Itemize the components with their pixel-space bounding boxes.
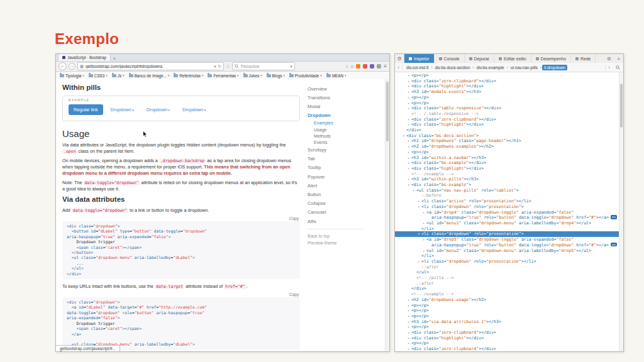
markup-row[interactable]: ▸<p></p> [395, 95, 619, 101]
twisty-icon[interactable]: ▸ [406, 330, 411, 336]
sidebar-item-examples[interactable]: Examples [314, 120, 378, 126]
markup-row[interactable]: ▸<ul id="menu2" class="dropdown-menu" ar… [395, 248, 619, 254]
bookmark-item[interactable]: Js▾ [112, 74, 125, 78]
pill-dropdown[interactable]: Dropdown ▾ [177, 104, 211, 115]
markup-row[interactable]: ▸<h2 id="dropdowns-examples"></h2> [395, 144, 619, 150]
markup-row[interactable]: ▸<a id="drop5" class="dropdown-toggle" a… [395, 237, 619, 243]
markup-row[interactable]: ▸<ul id="menu1" class="dropdown-menu" ar… [395, 221, 619, 226]
twisty-icon[interactable]: ▸ [406, 303, 411, 309]
page-scrollbar[interactable] [385, 79, 389, 351]
browser-tab[interactable]: JavaScript · Bootstrap [58, 53, 111, 61]
sidebar-item-button[interactable]: Button [308, 190, 378, 199]
sidebar-item-transitions[interactable]: Transitions [308, 93, 378, 102]
home-icon[interactable]: ⌂ [350, 64, 353, 69]
markup-row[interactable]: ▸<p></p> [395, 314, 619, 319]
markup-row[interactable]: ▸<div class="bs-example"></div> [395, 160, 619, 166]
twisty-icon[interactable]: ▸ [421, 248, 426, 254]
breadcrumb-item[interactable]: div.bs-example [475, 65, 506, 70]
tab-debugger[interactable]: Depurar [465, 54, 495, 63]
page-scrollbar-thumb[interactable] [386, 82, 389, 141]
devtools-scrollbar[interactable] [619, 72, 623, 351]
twisty-icon[interactable]: ▸ [416, 259, 421, 265]
twisty-icon[interactable]: ▸ [406, 117, 411, 123]
breadcrumb-item[interactable]: li.dropdown [542, 65, 567, 70]
sidebar-item-affix[interactable]: Affix [308, 217, 378, 226]
twisty-icon[interactable]: ▸ [406, 95, 411, 101]
markup-row[interactable]: ::before [395, 193, 619, 199]
twisty-icon[interactable]: ▸ [406, 319, 411, 325]
markup-row[interactable]: aria-haspopup="true" role="button" data-… [395, 215, 619, 221]
twisty-icon[interactable]: ▾ [416, 204, 421, 210]
menu-icon[interactable]: ≡ [384, 64, 387, 69]
forward-button[interactable]: → [69, 63, 75, 70]
twisty-icon[interactable]: ▸ [406, 106, 411, 111]
markup-row[interactable]: aria-haspopup="true" role="button" data-… [395, 243, 619, 248]
addon-gray-icon[interactable] [377, 64, 381, 69]
pill-dropdown[interactable]: Dropdown ▾ [106, 104, 139, 115]
markup-row[interactable]: ▸<div class="highlight"></div> [395, 122, 619, 128]
reload-icon[interactable]: ↻ [218, 64, 221, 69]
markup-row[interactable]: ▸<p></p> [395, 324, 619, 330]
twisty-icon[interactable]: ▸ [406, 89, 411, 95]
bookmark-item[interactable]: Tipologia▾ [60, 74, 84, 78]
twisty-icon[interactable]: ▸ [406, 84, 411, 89]
devtools-options-icon[interactable]: ⚙ [395, 54, 404, 63]
markup-row[interactable]: ▸<div class="zero-clipboard"></div> [395, 117, 619, 123]
markup-row[interactable]: ▸<p></p> [395, 308, 619, 314]
event-badge[interactable]: ev [611, 215, 617, 219]
twisty-icon[interactable]: ▸ [421, 210, 426, 216]
devtools-close-icon[interactable]: × [614, 54, 623, 63]
markup-row[interactable]: ▸<h1 id="dropdowns" class="page-header">… [395, 138, 619, 144]
sidebar-item-events[interactable]: Events [314, 139, 378, 145]
markup-row[interactable]: <!-- /example --> [395, 292, 619, 297]
downloads-icon[interactable]: ↓ [345, 64, 348, 69]
markup-row[interactable]: ▸<p></p> [395, 150, 619, 155]
url-bar[interactable]: getbootstrap.com/javascript/#dropdowns ▾… [77, 62, 224, 70]
tab-console[interactable]: Console [435, 54, 465, 63]
twisty-icon[interactable]: ▸ [421, 221, 426, 226]
markup-search-icon[interactable] [613, 65, 623, 70]
copy-button[interactable]: Copy [289, 292, 299, 297]
markup-row[interactable]: ▸<p></p> [395, 341, 619, 346]
markup-row[interactable]: ::after [395, 265, 619, 270]
markup-row[interactable]: ▸<a id="drop4" class="dropdown-toggle" a… [395, 210, 619, 216]
markup-row[interactable]: ▾<div class="bs-example"> [395, 182, 619, 188]
sidebar-item-usage[interactable]: Usage [314, 126, 378, 133]
tab-performance[interactable]: Desempenho [531, 54, 571, 63]
addon-purple-icon[interactable] [370, 64, 374, 69]
markup-row[interactable]: ▸<h3 id="via-data-attributes-1"></h3> [395, 319, 619, 325]
sidebar-item-scrollspy[interactable]: Scrollspy [308, 146, 378, 155]
breadcrumb-item[interactable]: div.bs-docs-section [433, 65, 472, 70]
tab-inspector[interactable]: Inspetor [404, 54, 435, 63]
sidebar-item-collapse[interactable]: Collapse [308, 199, 378, 208]
markup-row[interactable]: </div> [395, 286, 619, 292]
twisty-icon[interactable]: ▸ [406, 138, 411, 144]
markup-row[interactable]: ▾<div class="bs-docs-section"> [395, 133, 619, 139]
twisty-icon[interactable]: ▸ [406, 155, 411, 161]
tab-network[interactable]: Rede [571, 54, 596, 63]
markup-row[interactable]: ▾<li class="dropdown" role="presentation… [395, 231, 619, 237]
bookmark-item[interactable]: Ferramentas▾ [208, 74, 238, 78]
addon-red-icon[interactable] [363, 64, 367, 69]
sidebar-item-tooltip[interactable]: Tooltip [308, 163, 378, 172]
twisty-icon[interactable]: ▸ [406, 324, 411, 330]
devtools-settings-icon[interactable]: ⚙ [604, 54, 614, 63]
sidebar-item-carousel[interactable]: Carousel [308, 208, 378, 217]
twisty-icon[interactable]: ▸ [406, 122, 411, 128]
markup-row[interactable]: ▸<p></p> [395, 101, 619, 106]
tab-style-editor[interactable]: Editar estilo [494, 54, 531, 63]
twisty-icon[interactable]: ▸ [416, 199, 421, 204]
markup-row[interactable]: ▸<div class="table-responsive"></div> [395, 106, 619, 111]
twisty-icon[interactable]: ▸ [406, 314, 411, 319]
sidebar-item-popover[interactable]: Popover [308, 172, 378, 181]
markup-row[interactable]: <!-- /example --> [395, 172, 619, 177]
markup-row[interactable]: ▾<ul class="nav nav-pills" role="tablist… [395, 188, 619, 194]
markup-row[interactable]: ▸<div class="highlight"></div> [395, 84, 619, 89]
markup-row[interactable]: <!-- /.table-responsive --> [395, 111, 619, 117]
markup-row[interactable]: </li> [395, 226, 619, 232]
urlbar-dropdown-icon[interactable]: ▾ [214, 64, 216, 69]
bookmark-item[interactable]: Referências▾ [174, 74, 203, 78]
bookmark-item[interactable]: CSS3▾ [89, 74, 108, 78]
twisty-icon[interactable]: ▸ [406, 341, 411, 346]
pill-regular-link[interactable]: Regular link [69, 104, 103, 115]
